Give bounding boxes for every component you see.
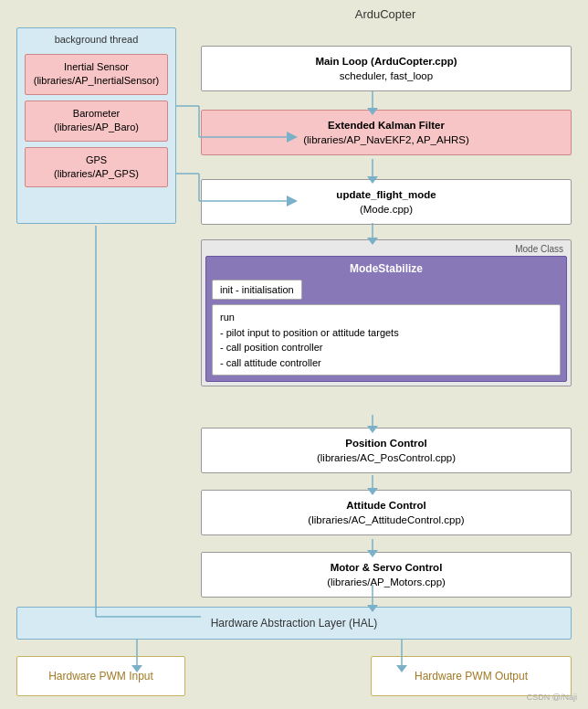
motor-servo-content: Motor & Servo Control (libraries/AP_Moto… [201,552,572,598]
barometer-lib: (libraries/AP_Baro) [29,121,163,134]
gps-lib: (libraries/AP_GPS) [29,167,163,181]
main-loop-content: Main Loop (ArduCopter.cpp) scheduler, fa… [201,46,572,91]
hardware-pwm-output-label: Hardware PWM Output [415,670,528,683]
barometer-box: Barometer (libraries/AP_Baro) [25,101,168,142]
arducopter-title: ArduCopter [201,7,570,21]
position-control-subtitle: (libraries/AC_PosControl.cpp) [207,450,565,465]
main-loop-subtitle: scheduler, fast_loop [207,69,565,83]
main-loop-title: Main Loop (ArduCopter.cpp) [207,54,565,69]
hardware-pwm-input-box: Hardware PWM Input [16,656,185,696]
init-box: init - initialisation [212,280,302,300]
update-flight-mode-box: update_flight_mode (Mode.cpp) [201,179,572,225]
inertial-sensor-box: Inertial Sensor (libraries/AP_InertialSe… [25,54,168,95]
inertial-sensor-name: Inertial Sensor [29,60,163,74]
run-line-2: - call attitude controller [220,355,552,371]
mode-class-label: Mode Class [205,244,567,256]
run-box: run - pilot input to position or attitud… [212,304,561,376]
hal-bar: Hardware Abstraction Layer (HAL) [16,607,572,640]
attitude-control-title: Attitude Control [207,498,565,513]
motor-servo-title: Motor & Servo Control [207,560,565,575]
attitude-control-subtitle: (libraries/AC_AttitudeControl.cpp) [207,513,565,527]
mode-stabilize-box: ModeStabilize init - initialisation run … [205,256,567,382]
main-loop-box: Main Loop (ArduCopter.cpp) scheduler, fa… [201,46,572,91]
run-line-1: - call position controller [220,340,552,355]
position-control-content: Position Control (libraries/AC_PosContro… [201,428,572,473]
ekf-title: Extended Kalman Filter [207,118,565,132]
mode-class-container: Mode Class ModeStabilize init - initiali… [201,239,572,386]
hardware-pwm-output-box: Hardware PWM Output [371,656,572,696]
hal-label: Hardware Abstraction Layer (HAL) [211,617,378,630]
run-line-0: - pilot input to position or attitude ta… [220,325,552,341]
watermark: CSDN @/Naji [527,693,577,702]
ekf-box: Extended Kalman Filter (libraries/AP_Nav… [201,110,572,155]
motor-servo-subtitle: (libraries/AP_Motors.cpp) [207,575,565,589]
bg-thread-label: background thread [17,28,175,48]
diagram-container: ArduCopter background thread Inertial Se… [0,0,588,709]
gps-name: GPS [29,153,163,167]
update-flight-mode-content: update_flight_mode (Mode.cpp) [201,179,572,225]
attitude-control-content: Attitude Control (libraries/AC_AttitudeC… [201,490,572,535]
run-label: run [220,310,552,325]
position-control-title: Position Control [207,436,565,450]
hardware-pwm-input-label: Hardware PWM Input [48,670,153,683]
ekf-content: Extended Kalman Filter (libraries/AP_Nav… [201,110,572,155]
position-control-box: Position Control (libraries/AC_PosContro… [201,428,572,473]
inertial-sensor-lib: (libraries/AP_InertialSensor) [29,74,163,88]
mode-stabilize-title: ModeStabilize [212,262,561,275]
barometer-name: Barometer [29,107,163,121]
attitude-control-box: Attitude Control (libraries/AC_AttitudeC… [201,490,572,535]
gps-box: GPS (libraries/AP_GPS) [25,147,168,188]
update-flight-mode-subtitle: (Mode.cpp) [207,202,565,217]
background-thread-box: background thread Inertial Sensor (libra… [16,27,176,224]
motor-servo-box: Motor & Servo Control (libraries/AP_Moto… [201,552,572,598]
ekf-subtitle: (libraries/AP_NavEKF2, AP_AHRS) [207,132,565,147]
update-flight-mode-title: update_flight_mode [207,187,565,202]
